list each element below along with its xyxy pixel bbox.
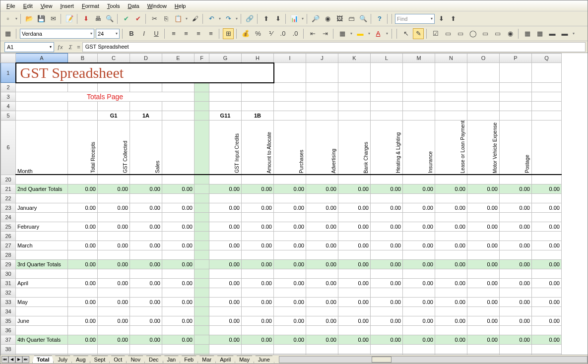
cell-G31[interactable]: 0.00 [209,278,242,288]
cell-C21[interactable]: 0.00 [98,184,130,193]
cell-G24[interactable] [209,212,242,222]
cell-F36[interactable] [195,325,209,335]
cell-G32[interactable] [209,288,242,297]
cell-J30[interactable] [306,269,338,278]
row-header-1[interactable]: 1 [1,63,16,83]
cell-I25[interactable]: 0.00 [274,222,306,231]
cell-D38[interactable] [130,344,162,354]
cell-A25[interactable]: February [16,222,68,231]
sheet-tab-jan[interactable]: Jan [163,356,181,363]
cell-J39[interactable]: 0.00 [306,354,338,355]
datasource-button[interactable]: 🗃 [346,13,357,24]
cell-J26[interactable] [306,231,338,241]
cell-N38[interactable] [435,344,467,354]
cell-Q25[interactable]: 0.00 [532,222,562,231]
row-header-33[interactable]: 33 [1,297,16,306]
sheet-tab-total[interactable]: Total [32,356,54,363]
col-header-N[interactable]: N [435,54,467,63]
cell-F24[interactable] [195,212,209,222]
find-input[interactable]: Find▾ [395,14,435,24]
cell-C28[interactable] [98,250,130,259]
equals-icon[interactable]: = [75,44,82,50]
cell-H20[interactable] [242,175,274,184]
cell-C30[interactable] [98,269,130,278]
align-left-button[interactable]: ≡ [168,28,179,39]
cell-M36[interactable] [403,325,435,335]
cell-P22[interactable] [500,193,532,203]
find-button[interactable]: 🔎 [310,13,321,24]
menu-edit[interactable]: Edit [19,1,37,10]
cell-K20[interactable] [338,175,371,184]
cell-G27[interactable]: 0.00 [209,241,242,250]
cell-O25[interactable]: 0.00 [467,222,500,231]
col-header-E[interactable]: E [162,54,195,63]
cell-A36[interactable] [16,325,68,335]
cell-B28[interactable] [68,250,98,259]
sheet-tab-june[interactable]: June [254,356,274,363]
menu-tools[interactable]: Tools [103,1,124,10]
cell-N21[interactable]: 0.00 [435,184,467,193]
cell-B32[interactable] [68,288,98,297]
cell-O37[interactable]: 0.00 [467,335,500,344]
cell-J25[interactable]: 0.00 [306,222,338,231]
tab-first-button[interactable]: ⏮ [1,356,8,363]
cell-L37[interactable]: 0.00 [371,335,403,344]
cell-K36[interactable] [338,325,371,335]
cell-C20[interactable] [98,175,130,184]
cell-D30[interactable] [130,269,162,278]
control-9-button[interactable]: ▦ [534,28,545,39]
cell-I31[interactable]: 0.00 [274,278,306,288]
standard-format-button[interactable]: ⅟ [265,28,276,39]
cell-M28[interactable] [403,250,435,259]
cell-J28[interactable] [306,250,338,259]
cell-L22[interactable] [371,193,403,203]
cell-H27[interactable]: 0.00 [242,241,274,250]
cell-N26[interactable] [435,231,467,241]
menu-data[interactable]: Data [124,1,143,10]
cell-E28[interactable] [162,250,195,259]
col-header-J[interactable]: J [306,54,338,63]
cell-A33[interactable]: May [16,297,68,306]
cell-K23[interactable]: 0.00 [338,203,371,212]
cell-N31[interactable]: 0.00 [435,278,467,288]
cell-Q38[interactable] [532,344,562,354]
hyperlink-button[interactable]: 🔗 [244,13,255,24]
cell-A20[interactable] [16,175,68,184]
row-header-6[interactable]: 6 [1,121,16,175]
row-header-3[interactable]: 3 [1,92,16,102]
cell-H31[interactable]: 0.00 [242,278,274,288]
row-header-29[interactable]: 29 [1,259,16,269]
cell-N30[interactable] [435,269,467,278]
cell-D21[interactable]: 0.00 [130,184,162,193]
cell-L34[interactable] [371,306,403,316]
cell-A29[interactable]: 3rd Quarter Totals [16,259,68,269]
cell-Q24[interactable] [532,212,562,222]
cell-Q27[interactable]: 0.00 [532,241,562,250]
cell-F31[interactable] [195,278,209,288]
cursor-button[interactable]: ↖ [400,28,411,39]
copy-button[interactable]: ⎘ [161,13,172,24]
menu-insert[interactable]: Insert [56,1,78,10]
cell-P30[interactable] [500,269,532,278]
cell-O24[interactable] [467,212,500,222]
sheet-tab-may[interactable]: May [235,356,254,363]
cell-Q30[interactable] [532,269,562,278]
cell-J24[interactable] [306,212,338,222]
cell-D22[interactable] [130,193,162,203]
cell-O36[interactable] [467,325,500,335]
add-decimal-button[interactable]: .0 [277,28,288,39]
cell-M25[interactable]: 0.00 [403,222,435,231]
row-header-26[interactable]: 26 [1,231,16,241]
sheet-tab-feb[interactable]: Feb [180,356,198,363]
cell-O27[interactable]: 0.00 [467,241,500,250]
row-header-38[interactable]: 38 [1,344,16,354]
cell-A34[interactable] [16,306,68,316]
design-mode-button[interactable]: ✎ [413,28,424,39]
font-name-combo[interactable]: Verdana▾ [20,29,94,39]
mail-button[interactable]: ✉ [48,13,59,24]
cell-K25[interactable]: 0.00 [338,222,371,231]
select-all-corner[interactable] [1,54,16,63]
cell-D39[interactable]: 0.00 [130,354,162,355]
cell-B30[interactable] [68,269,98,278]
cell-L28[interactable] [371,250,403,259]
